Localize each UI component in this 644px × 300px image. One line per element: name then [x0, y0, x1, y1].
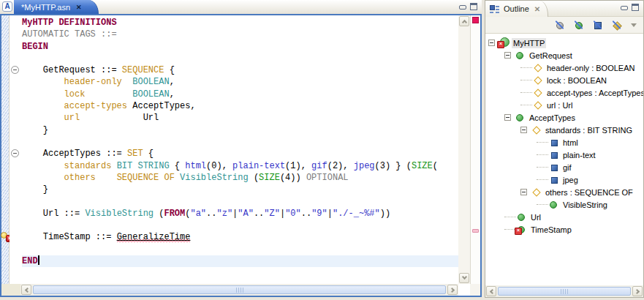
outline-item[interactable]: header-only : BOOLEAN [485, 61, 643, 74]
outline-item[interactable]: html [485, 136, 643, 149]
minimize-icon[interactable] [621, 4, 628, 11]
scroll-left-icon[interactable] [21, 285, 31, 295]
outline-item[interactable]: VisibleString [485, 198, 643, 211]
filter-fields-icon[interactable] [610, 19, 623, 31]
editor-tab[interactable]: *MyHTTP.asn ✕ [14, 0, 99, 14]
outline-item[interactable]: standards : BIT STRING [485, 124, 643, 136]
scroll-up-icon[interactable] [459, 16, 469, 26]
filter-values-icon[interactable] [591, 19, 604, 31]
tree-connector [537, 204, 548, 205]
code-line[interactable]: Url ::= VisibleString (FROM("a".."z"|"A"… [22, 208, 458, 220]
code-line[interactable]: BEGIN [22, 41, 458, 53]
code-token [85, 89, 132, 100]
code-line[interactable]: lock BOOLEAN, [22, 89, 458, 100]
code-token: .. [206, 209, 216, 219]
code-line[interactable]: TimeStamp ::= GeneralizeTime [22, 231, 458, 243]
code-token [122, 77, 132, 87]
code-line[interactable]: standards BIT STRING { html(0), plain-te… [22, 160, 458, 172]
editor-vertical-scrollbar[interactable] [458, 15, 470, 284]
outline-item[interactable]: jpeg [485, 173, 643, 186]
outline-tree[interactable]: MyHTTPGetRequestheader-only : BOOLEANloc… [485, 33, 643, 285]
tree-connector [537, 154, 548, 155]
scroll-right-icon[interactable] [447, 285, 458, 295]
outline-item[interactable]: gif [485, 161, 643, 173]
annotation-ruler: × [1, 15, 10, 284]
outline-item[interactable]: accept-types : AcceptTypes [485, 86, 643, 99]
overview-error-marker[interactable] [472, 229, 479, 233]
code-token: AcceptTypes, [127, 101, 196, 111]
outline-item[interactable]: others : SEQUENCE OF [485, 186, 643, 198]
code-line[interactable]: } [22, 124, 458, 136]
code-line[interactable]: header-only BOOLEAN, [22, 76, 458, 88]
horizontal-scroll-thumb[interactable] [498, 287, 631, 296]
filter-gray-icon[interactable] [553, 19, 566, 31]
expander-minus-icon[interactable] [504, 52, 511, 59]
expander-minus-icon[interactable] [520, 189, 527, 195]
outline-item[interactable]: AcceptTypes [485, 111, 643, 124]
editor-horizontal-scrollbar[interactable] [20, 284, 458, 296]
code-line[interactable]: accept-types AcceptTypes, [22, 100, 458, 112]
code-line[interactable] [22, 220, 458, 231]
code-line[interactable] [22, 195, 458, 207]
type-green-icon [515, 50, 526, 61]
code-token [22, 113, 64, 123]
outline-item[interactable]: GetRequest [485, 49, 643, 61]
code-line[interactable]: } [22, 184, 458, 195]
code-line[interactable]: AcceptTypes ::= SET { [22, 148, 458, 160]
overview-global-error-icon[interactable] [472, 17, 479, 23]
outline-close-icon[interactable]: ✕ [534, 5, 540, 13]
code-token: GeneralizeTime [117, 232, 191, 242]
outline-item[interactable]: Url [485, 211, 643, 223]
horizontal-scroll-thumb[interactable] [33, 285, 446, 294]
code-token: lock [64, 89, 86, 100]
outline-tab[interactable]: Outline ✕ [485, 1, 548, 17]
outline-item[interactable]: TimeStamp [485, 223, 643, 236]
minimize-icon[interactable] [459, 3, 466, 10]
code-token: jpeg [354, 161, 375, 171]
code-line[interactable]: AUTOMATIC TAGS ::= [22, 29, 458, 40]
filter-types-icon[interactable] [572, 19, 585, 31]
code-line[interactable] [22, 244, 458, 255]
outline-item[interactable]: lock : BOOLEAN [485, 74, 643, 86]
code-token: ( [154, 209, 164, 219]
field-diamond-icon [531, 124, 542, 135]
tab-close-icon[interactable]: ✕ [76, 4, 82, 11]
outline-icon [490, 4, 500, 14]
code-editor[interactable]: MyHTTP DEFINITIONSAUTOMATIC TAGS ::=BEGI… [20, 15, 458, 284]
outline-horizontal-scrollbar[interactable] [485, 285, 643, 297]
code-line[interactable]: others SEQUENCE OF VisibleString (SIZE(4… [22, 172, 458, 184]
outline-item[interactable]: MyHTTP [485, 37, 643, 49]
maximize-icon[interactable] [632, 4, 639, 11]
code-line[interactable]: url Url [22, 112, 458, 124]
expander-minus-icon[interactable] [488, 40, 495, 46]
code-token [22, 77, 64, 87]
code-line[interactable]: MyHTTP DEFINITIONS [22, 17, 458, 29]
code-token: "9" [311, 209, 327, 219]
scroll-left-icon[interactable] [486, 286, 496, 296]
maximize-icon[interactable] [470, 3, 477, 10]
code-line[interactable] [22, 53, 458, 64]
tree-connector [504, 217, 516, 217]
code-token: gif [311, 161, 327, 171]
code-token: Url ::= [22, 209, 85, 219]
code-token: } [22, 125, 48, 135]
code-token: standards [64, 161, 112, 171]
expander-minus-icon[interactable] [504, 114, 511, 121]
tree-connector [520, 92, 532, 93]
code-token: ( [433, 161, 438, 171]
outline-item[interactable]: url : Url [485, 99, 643, 111]
scroll-right-icon[interactable] [632, 286, 643, 296]
outline-item-label: AcceptTypes [528, 113, 577, 123]
expander-minus-icon[interactable] [520, 127, 527, 133]
collapse-minus-icon[interactable] [11, 66, 19, 74]
collapse-minus-icon[interactable] [11, 149, 19, 157]
code-line[interactable]: GetRequest ::= SEQUENCE { [22, 64, 458, 76]
code-line[interactable] [22, 136, 458, 148]
outline-item-label: plain-text [561, 150, 597, 160]
view-menu-icon[interactable] [629, 19, 638, 31]
code-token: FROM [164, 209, 185, 219]
outline-item[interactable]: plain-text [485, 149, 643, 161]
scroll-down-icon[interactable] [459, 273, 469, 283]
code-line[interactable]: END [22, 255, 458, 267]
code-token [111, 161, 116, 171]
